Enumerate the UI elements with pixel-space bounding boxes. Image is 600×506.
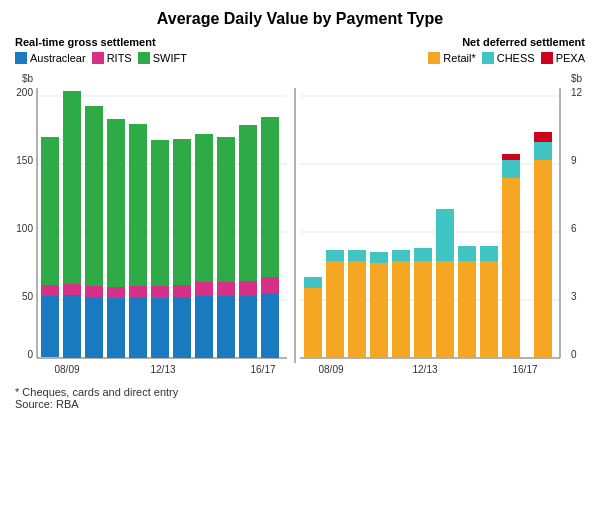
y-right-label-header: $b [571, 73, 583, 84]
rbar-3-chess [348, 250, 366, 261]
y-left-label-header: $b [22, 73, 34, 84]
bar-9-rits [217, 282, 235, 296]
bar-1-austraclear [41, 296, 59, 357]
footnote: * Cheques, cards and direct entry [15, 386, 585, 398]
bar-11-swift [261, 117, 279, 277]
chart-svg: $b 200 150 100 50 0 [15, 68, 585, 378]
bar-3-rits [85, 286, 103, 297]
bar-10-austraclear [239, 296, 257, 358]
source: Source: RBA [15, 398, 585, 410]
rbar-3-retail [348, 261, 366, 358]
x-right-label-1: 08/09 [318, 364, 343, 375]
bar-2-austraclear [63, 295, 81, 358]
bar-9-swift [217, 137, 235, 282]
legend-swift-label: SWIFT [153, 52, 187, 64]
right-legend: Net deferred settlement [462, 36, 585, 48]
x-right-label-3: 16/17 [512, 364, 537, 375]
bar-3-austraclear [85, 297, 103, 358]
rbar-7-chess [436, 209, 454, 261]
rbar-11-retail [534, 160, 552, 358]
y-left-150: 150 [16, 155, 33, 166]
bar-9-austraclear [217, 296, 235, 358]
legend-retail-label: Retail* [443, 52, 475, 64]
bar-11-austraclear [261, 293, 279, 358]
x-left-label-2: 12/13 [150, 364, 175, 375]
x-left-label-1: 08/09 [54, 364, 79, 375]
legend-austraclear-label: Austraclear [30, 52, 86, 64]
x-right-label-2: 12/13 [412, 364, 437, 375]
bar-6-austraclear [151, 298, 169, 358]
bar-10-swift [239, 125, 257, 281]
right-legend-items: Retail* CHESS PEXA [428, 52, 585, 64]
bar-5-austraclear [129, 297, 147, 358]
rbar-10-retail [502, 178, 520, 358]
rits-color [92, 52, 104, 64]
y-right-9: 9 [571, 155, 577, 166]
bar-2-rits [63, 284, 81, 295]
bar-8-rits [195, 282, 213, 296]
legend-row: Real-time gross settlement Net deferred … [15, 36, 585, 48]
bar-5-rits [129, 286, 147, 297]
rbar-5-retail [392, 261, 410, 358]
rbar-4-retail [370, 263, 388, 358]
rbar-1-retail [304, 288, 322, 358]
bar-6-rits [151, 286, 169, 298]
chart-container: Average Daily Value by Payment Type Real… [0, 0, 600, 506]
left-panel-legend-header: Real-time gross settlement [15, 36, 156, 48]
left-legend: Real-time gross settlement [15, 36, 156, 48]
bar-7-swift [173, 139, 191, 285]
legend-chess-label: CHESS [497, 52, 535, 64]
chess-color [482, 52, 494, 64]
bar-4-austraclear [107, 298, 125, 358]
austraclear-color [15, 52, 27, 64]
rbar-6-chess [414, 248, 432, 261]
rbar-10-pexa [502, 154, 520, 160]
swift-color [138, 52, 150, 64]
rbar-4-chess [370, 252, 388, 263]
rbar-11-pexa [534, 132, 552, 142]
retail-color [428, 52, 440, 64]
rbar-1-chess [304, 277, 322, 288]
bar-7-rits [173, 285, 191, 297]
legend-pexa: PEXA [541, 52, 585, 64]
rbar-11-chess [534, 142, 552, 160]
rbar-10-chess [502, 160, 520, 178]
y-left-100: 100 [16, 223, 33, 234]
bar-4-swift [107, 119, 125, 287]
rbar-6-retail [414, 261, 432, 358]
bar-1-swift [41, 137, 59, 285]
chart-svg-wrapper: $b 200 150 100 50 0 [15, 68, 585, 378]
legend-swift: SWIFT [138, 52, 187, 64]
bar-5-swift [129, 124, 147, 286]
y-right-6: 6 [571, 223, 577, 234]
x-left-label-3: 16/17 [250, 364, 275, 375]
right-panel-legend-header: Net deferred settlement [462, 36, 585, 48]
legend-pexa-label: PEXA [556, 52, 585, 64]
legend-chess: CHESS [482, 52, 535, 64]
y-right-12: 12 [571, 87, 583, 98]
y-left-50: 50 [22, 291, 34, 302]
rbar-7-retail [436, 261, 454, 358]
pexa-color [541, 52, 553, 64]
bar-3-swift [85, 106, 103, 286]
bar-8-swift [195, 134, 213, 282]
rbar-8-retail [458, 261, 476, 358]
legend-items-row: Austraclear RITS SWIFT Retail* CHESS [15, 52, 585, 64]
bar-7-austraclear [173, 297, 191, 358]
y-right-3: 3 [571, 291, 577, 302]
left-legend-items: Austraclear RITS SWIFT [15, 52, 187, 64]
legend-rits-label: RITS [107, 52, 132, 64]
y-left-200: 200 [16, 87, 33, 98]
bar-4-rits [107, 287, 125, 298]
chart-title: Average Daily Value by Payment Type [15, 10, 585, 28]
bar-11-rits [261, 277, 279, 293]
rbar-2-retail [326, 261, 344, 358]
y-left-0: 0 [27, 349, 33, 360]
rbar-8-chess [458, 246, 476, 261]
rbar-9-chess [480, 246, 498, 261]
legend-retail: Retail* [428, 52, 475, 64]
rbar-2-chess [326, 250, 344, 261]
bar-1-rits [41, 285, 59, 296]
bar-10-rits [239, 281, 257, 296]
legend-rits: RITS [92, 52, 132, 64]
